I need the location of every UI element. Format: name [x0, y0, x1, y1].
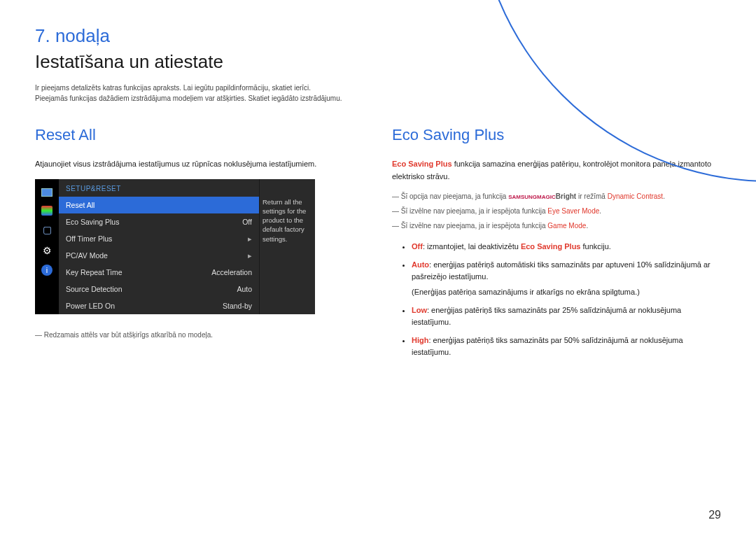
opt-label: Low [412, 306, 427, 314]
option-auto-sub: (Enerģijas patēriņa samazinājums ir atka… [392, 286, 721, 299]
image-disclaimer-footnote: Redzamais attēls var būt atšķirīgs atkar… [35, 330, 364, 340]
column-reset-all: Reset All Atjaunojiet visus izstrādājuma… [35, 126, 364, 365]
bright-label: Bright [556, 192, 576, 200]
osd-row-value: Stand-by [223, 302, 252, 310]
fn-text: Šī opcija nav pieejama, ja funkcija [401, 192, 508, 200]
footnote-dynamic-contrast: Šī opcija nav pieejama, ja funkcija SAMS… [392, 191, 721, 202]
osd-row-key-repeat[interactable]: Key Repeat Time Acceleration [59, 264, 259, 281]
page-number: 29 [708, 509, 721, 521]
frame-icon: ▢ [40, 223, 54, 237]
osd-main-panel: SETUP&RESET Reset All Eco Saving Plus Of… [59, 179, 259, 314]
osd-row-value: Auto [237, 285, 252, 293]
opt-text: : enerģijas patēriņš tiks samazināts par… [412, 336, 683, 357]
option-list: Off: izmantojiet, lai deaktivizētu Eco S… [392, 241, 721, 283]
opt-text: : enerģijas patēriņš tiks samazināts par… [412, 306, 681, 327]
osd-help-text: Return all the settings for the product … [259, 179, 315, 314]
osd-row-off-timer[interactable]: Off Timer Plus ▸ [59, 230, 259, 247]
option-high: High: enerģijas patēriņš tiks samazināts… [412, 335, 721, 359]
fn-text: Šī izvēlne nav pieejama, ja ir iespējota… [401, 207, 548, 215]
osd-row-pcav[interactable]: PC/AV Mode ▸ [59, 247, 259, 264]
gear-icon: ⚙ [40, 244, 54, 258]
chevron-right-icon: ▸ [248, 251, 252, 260]
osd-menu: ▢ ⚙ i SETUP&RESET Reset All Eco Saving P… [35, 179, 315, 314]
page-body: Reset All Atjaunojiet visus izstrādājuma… [0, 111, 756, 365]
osd-row-reset-all[interactable]: Reset All [59, 197, 259, 213]
chevron-right-icon: ▸ [248, 234, 252, 243]
reset-all-description: Atjaunojiet visus izstrādājuma iestatīju… [35, 158, 364, 171]
opt-text: : enerģijas patēriņš automātiski tiks sa… [412, 260, 710, 281]
osd-title: SETUP&RESET [59, 179, 259, 197]
opt-label: High [412, 336, 428, 344]
footnote-game-mode: Šī izvēlne nav pieejama, ja ir iespējota… [392, 220, 721, 231]
option-auto: Auto: enerģijas patēriņš automātiski tik… [412, 259, 721, 283]
chapter-label: 7. nodaļa [35, 25, 721, 47]
list-icon [41, 206, 52, 216]
heading-eco-saving: Eco Saving Plus [392, 126, 721, 144]
monitor-icon [40, 185, 54, 199]
info-icon: i [41, 265, 52, 276]
eco-saving-lead-highlight: Eco Saving Plus [392, 160, 452, 168]
eco-saving-description: Eco Saving Plus funkcija samazina enerģi… [392, 158, 721, 183]
osd-row-label: Reset All [66, 201, 94, 209]
option-low: Low: enerģijas patēriņš tiks samazināts … [412, 304, 721, 329]
osd-row-label: Off Timer Plus [66, 234, 112, 243]
opt-text: : izmantojiet, lai deaktivizētu [423, 242, 521, 251]
intro-text-1: Ir pieejams detalizēts katras funkcijas … [35, 83, 721, 93]
osd-sidebar-icons: ▢ ⚙ i [35, 179, 59, 314]
osd-row-eco-saving[interactable]: Eco Saving Plus Off [59, 213, 259, 230]
opt-text: funkciju. [581, 242, 611, 251]
footnote-eye-saver: Šī izvēlne nav pieejama, ja ir iespējota… [392, 206, 721, 216]
opt-highlight: Eco Saving Plus [521, 242, 581, 251]
osd-row-power-led[interactable]: Power LED On Stand-by [59, 297, 259, 314]
fn-text: ir režīmā [576, 192, 607, 200]
column-eco-saving: Eco Saving Plus Eco Saving Plus funkcija… [392, 126, 721, 365]
heading-reset-all: Reset All [35, 126, 364, 144]
osd-row-label: Source Detection [66, 285, 122, 293]
samsung-magic-prefix: SAMSUNG [508, 194, 537, 200]
fn-text: . [599, 207, 601, 215]
osd-row-label: PC/AV Mode [66, 251, 108, 260]
page-header: 7. nodaļa Iestatīšana un atiestate Ir pi… [0, 0, 756, 111]
osd-row-source-detection[interactable]: Source Detection Auto [59, 281, 259, 297]
osd-row-label: Power LED On [66, 302, 115, 310]
option-list-2: Low: enerģijas patēriņš tiks samazināts … [392, 304, 721, 359]
eye-saver-highlight: Eye Saver Mode [547, 207, 599, 215]
dynamic-contrast-highlight: Dynamic Contrast [608, 192, 663, 200]
osd-row-label: Key Repeat Time [66, 268, 122, 276]
fn-text: Šī izvēlne nav pieejama, ja ir iespējota… [401, 222, 548, 230]
opt-label: Auto [412, 260, 429, 269]
option-off: Off: izmantojiet, lai deaktivizētu Eco S… [412, 241, 721, 253]
osd-row-value: Acceleration [211, 268, 252, 276]
samsung-magic-text: MAGIC [537, 194, 556, 200]
intro-text-2: Pieejamās funkcijas dažādiem izstrādājum… [35, 93, 721, 104]
opt-label: Off [412, 242, 423, 251]
osd-row-value: Off [242, 218, 252, 226]
game-mode-highlight: Game Mode [547, 222, 586, 230]
fn-text: . [586, 222, 588, 230]
fn-text: . [663, 192, 665, 200]
osd-row-label: Eco Saving Plus [66, 218, 119, 226]
page-title: Iestatīšana un atiestate [35, 51, 721, 73]
